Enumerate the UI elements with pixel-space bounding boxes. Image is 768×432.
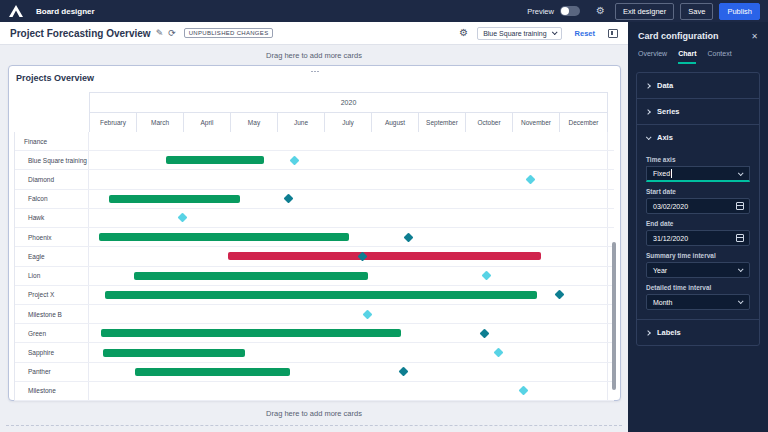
reset-link[interactable]: Reset <box>575 29 595 38</box>
milestone-marker <box>493 348 503 358</box>
row-label: Finance <box>15 132 89 150</box>
month-label: May <box>231 113 278 132</box>
row-label: Project X <box>15 286 89 304</box>
gantt-body: FinanceBlue Square trainingDiamondFalcon… <box>14 132 614 401</box>
row-timeline <box>89 363 608 381</box>
year-header: 2020 <box>90 93 607 113</box>
row-label: Blue Square training <box>15 151 89 169</box>
gantt-bar <box>99 233 349 241</box>
vertical-scrollbar-thumb[interactable] <box>612 242 616 390</box>
tab-overview[interactable]: Overview <box>638 50 667 64</box>
projects-overview-card[interactable]: Projects Overview 2020 FebruaryMarchApri… <box>8 65 621 401</box>
chevron-down-icon <box>646 134 652 140</box>
close-icon[interactable]: ✕ <box>751 32 758 41</box>
start-date-input[interactable]: 03/02/2020 <box>646 198 750 214</box>
row-label: Panther <box>15 363 89 381</box>
summary-interval-select[interactable]: Year <box>646 262 750 278</box>
gantt-row: Diamond <box>15 170 614 189</box>
end-date-input[interactable]: 31/12/2020 <box>646 230 750 246</box>
context-selector-value: Blue Square training <box>483 30 546 37</box>
section-axis[interactable]: Axis <box>637 124 759 150</box>
gantt-row: Finance <box>15 132 614 151</box>
tab-chart[interactable]: Chart <box>678 50 696 64</box>
row-label: Falcon <box>15 190 89 208</box>
gantt-row: Falcon <box>15 190 614 209</box>
settings-gear-icon[interactable]: ⚙ <box>596 6 605 16</box>
gantt-bar <box>105 291 537 299</box>
gantt-header: 2020 FebruaryMarchAprilMayJuneJulyAugust… <box>89 92 608 132</box>
calendar-icon[interactable] <box>736 202 744 210</box>
gantt-row: Eagle <box>15 247 614 266</box>
row-timeline <box>89 228 608 246</box>
context-gear-icon[interactable]: ⚙ <box>459 28 468 38</box>
toggle-knob <box>561 7 569 15</box>
chevron-down-icon <box>738 298 744 304</box>
config-sections: Data Series Axis Time axis Fixed Start d… <box>636 72 760 346</box>
month-label: March <box>137 113 184 132</box>
detailed-interval-select[interactable]: Month <box>646 294 750 310</box>
publish-button[interactable]: Publish <box>719 3 760 20</box>
card-title: Projects Overview <box>16 73 94 83</box>
app-title: Board designer <box>36 7 95 16</box>
end-date-value: 31/12/2020 <box>653 235 688 242</box>
preview-toggle[interactable] <box>560 6 580 16</box>
milestone-marker <box>479 328 489 338</box>
gantt-row: Blue Square training <box>15 151 614 170</box>
detailed-interval-label: Detailed time interval <box>646 284 750 291</box>
start-date-label: Start date <box>646 188 750 195</box>
board-canvas: Drag here to add more cards Projects Ove… <box>0 45 628 432</box>
month-row: FebruaryMarchAprilMayJuneJulyAugustSepte… <box>90 113 607 132</box>
row-timeline <box>89 267 608 285</box>
panel-tabs: Overview Chart Context <box>628 48 768 64</box>
section-series-label: Series <box>657 107 680 116</box>
gantt-bar <box>135 368 290 376</box>
gantt-bar <box>166 156 264 164</box>
section-labels[interactable]: Labels <box>637 319 759 345</box>
row-label: Lion <box>15 267 89 285</box>
text-cursor <box>671 169 672 178</box>
milestone-marker <box>283 194 293 204</box>
tab-context[interactable]: Context <box>707 50 731 64</box>
time-axis-select[interactable]: Fixed <box>646 166 750 182</box>
gantt-chart: 2020 FebruaryMarchAprilMayJuneJulyAugust… <box>14 92 614 401</box>
chevron-down-icon <box>738 170 744 176</box>
milestone-marker <box>363 309 373 319</box>
save-button[interactable]: Save <box>680 3 713 20</box>
milestone-marker <box>518 386 528 396</box>
context-selector-dropdown[interactable]: Blue Square training <box>477 27 561 40</box>
exit-designer-button[interactable]: Exit designer <box>615 3 674 20</box>
chevron-right-icon <box>645 109 651 115</box>
row-label: Hawk <box>15 209 89 227</box>
section-series[interactable]: Series <box>637 98 759 124</box>
month-label: December <box>560 113 607 132</box>
gantt-row: Lion <box>15 267 614 286</box>
refresh-icon[interactable]: ⟳ <box>168 29 176 38</box>
row-timeline <box>89 190 608 208</box>
drop-zone-bottom[interactable]: Drag here to add more cards <box>0 401 628 423</box>
month-label: June <box>278 113 325 132</box>
panel-title: Card configuration <box>638 31 719 41</box>
calendar-icon[interactable] <box>736 234 744 242</box>
section-labels-label: Labels <box>657 328 681 337</box>
row-timeline <box>89 286 608 304</box>
main-area: Project Forecasting Overview ✎ ⟳ UNPUBLI… <box>0 22 628 432</box>
drop-zone-top[interactable]: Drag here to add more cards <box>0 45 628 65</box>
panel-toggle-icon[interactable] <box>608 29 618 38</box>
gantt-row: Project X <box>15 286 614 305</box>
row-label: Eagle <box>15 247 89 265</box>
anaplan-logo-icon <box>8 4 24 18</box>
milestone-marker <box>290 155 300 165</box>
row-label: Phoenix <box>15 228 89 246</box>
section-data[interactable]: Data <box>637 73 759 98</box>
row-label: Sapphire <box>15 343 89 361</box>
card-drag-handle-icon[interactable] <box>310 70 319 74</box>
axis-section-body: Time axis Fixed Start date 03/02/2020 En… <box>637 156 759 319</box>
summary-interval-label: Summary time interval <box>646 252 750 259</box>
row-timeline <box>89 151 608 169</box>
month-label: July <box>325 113 372 132</box>
month-label: September <box>419 113 466 132</box>
edit-pencil-icon[interactable]: ✎ <box>156 29 164 38</box>
drop-zone-divider <box>6 425 622 426</box>
row-timeline <box>89 170 608 188</box>
row-timeline <box>89 305 608 323</box>
